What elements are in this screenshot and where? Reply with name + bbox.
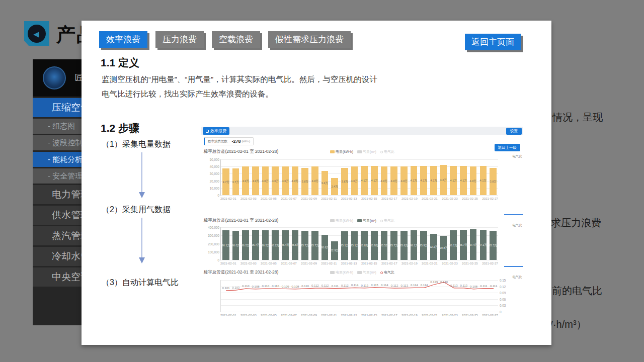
bar[interactable]: 4.0万 [400, 166, 408, 195]
bar[interactable]: 35.9万 [371, 231, 378, 260]
bar[interactable]: 4.0万 [381, 166, 388, 195]
tab-unload-waste[interactable]: 空载浪费 [212, 31, 260, 48]
legend-item[interactable]: 电量(kW·h) [330, 218, 353, 223]
bar[interactable]: 35.7万 [311, 231, 318, 260]
bar[interactable]: 4.0万 [311, 166, 318, 195]
bar[interactable]: 36.2万 [242, 230, 249, 260]
bar[interactable]: 35.1万 [351, 231, 358, 260]
bar-series: 3.7万3.7万4.0万4.0万4.0万4.0万4.0万4.0万3.8万4.0万… [221, 159, 498, 195]
bar[interactable]: 35.6万 [400, 231, 408, 260]
bar[interactable]: 4.1万 [450, 166, 457, 195]
legend-swatch-icon [380, 151, 383, 153]
bar[interactable]: 2.4万 [331, 178, 338, 195]
bar[interactable]: 22.9万 [331, 241, 338, 260]
bar[interactable]: 35.5万 [381, 231, 388, 260]
slide-canvas: ◀ 产品 情况，呈现 需求压力浪费 错前的电气比 （kW·h/m³） 匠 压缩空… [0, 0, 644, 362]
report-title-badge: 效率浪费 [203, 127, 229, 135]
bar[interactable]: 4.1万 [420, 166, 427, 195]
ratio-line: 0.1010.1030.1100.1080.1100.1100.1090.108… [221, 280, 499, 312]
bar[interactable]: 35.7万 [390, 231, 397, 260]
bar[interactable]: 4.1万 [480, 166, 487, 195]
bar[interactable]: 4.1万 [460, 166, 467, 195]
bar[interactable]: 30.6万 [321, 235, 329, 260]
bar[interactable]: 4.1万 [371, 166, 378, 195]
bar[interactable]: 35.9万 [420, 231, 427, 260]
svg-text:0.110: 0.110 [272, 285, 279, 288]
bar[interactable]: 3.4万 [321, 171, 329, 195]
bar[interactable]: 4.0万 [252, 166, 259, 195]
bar[interactable]: 35.7万 [301, 231, 308, 260]
bar[interactable]: 36.1万 [450, 230, 457, 260]
flow-arrow-down-icon [138, 218, 146, 264]
bar[interactable]: 29.8万 [440, 236, 447, 260]
x-axis-labels: 2021-02-012021-02-032021-02-052021-02-07… [220, 261, 498, 265]
bar[interactable]: 36.1万 [411, 230, 418, 260]
step-1-label: （1）采集电量数据 [102, 139, 171, 150]
chart-legend: 电量(kW·h)气量(m³)电气比 [330, 218, 394, 223]
bar[interactable]: 4.0万 [292, 166, 299, 195]
bar[interactable]: 37.1万 [480, 230, 487, 260]
x-axis-labels: 2021-02-012021-02-032021-02-052021-02-07… [220, 313, 498, 317]
back-link-indicator[interactable] [504, 214, 523, 215]
bar[interactable]: 4.1万 [430, 166, 437, 195]
bar[interactable]: 4.0万 [272, 166, 279, 195]
chart-title: 樟宇总管道(2021-02-01 至 2021-02-28) [204, 149, 278, 155]
bar[interactable]: 36.2万 [262, 230, 269, 260]
legend-item[interactable]: 电气比 [380, 218, 394, 223]
content-panel: 效率浪费压力浪费空载浪费假性需求压力浪费 返回主页面 1.1 定义 监测空压机的… [82, 21, 551, 345]
ratio-line-chart: 樟宇总管道(2021-02-01 至 2021-02-28)电量(kW·h)气量… [201, 269, 523, 277]
legend-swatch-icon [330, 271, 335, 274]
bar[interactable]: 4.0万 [390, 166, 397, 195]
svg-text:0.129: 0.129 [430, 281, 438, 284]
bar[interactable]: 4.0万 [470, 166, 477, 195]
back-link-indicator[interactable] [504, 266, 523, 267]
bar[interactable]: 4.2万 [440, 165, 447, 195]
back-button[interactable]: ◀ [24, 21, 49, 46]
legend-item[interactable]: 电气比 [380, 270, 394, 275]
bar[interactable]: 36.1万 [222, 230, 229, 260]
tab-efficiency-waste[interactable]: 效率浪费 [99, 31, 147, 48]
bar[interactable]: 4.1万 [361, 166, 368, 195]
settings-button[interactable]: 设置 [506, 128, 522, 135]
legend-item[interactable]: 气量(m³) [357, 270, 376, 275]
svg-text:0.111: 0.111 [490, 285, 498, 288]
bar[interactable]: 36.0万 [232, 231, 239, 260]
bar[interactable]: 36.7万 [252, 230, 259, 260]
report-badge-label: 效率浪费 [210, 128, 226, 134]
bar[interactable]: 36.7万 [460, 230, 467, 260]
step-2-label: （2）采集用气数据 [102, 205, 171, 215]
bar[interactable]: 3.8万 [341, 168, 348, 195]
bar[interactable]: 4.0万 [351, 166, 358, 195]
bar[interactable]: 3.8万 [490, 168, 497, 195]
bar[interactable]: 32.2万 [430, 234, 437, 260]
bar[interactable]: 4.0万 [282, 166, 289, 195]
legend-item[interactable]: 气量(m³) [357, 149, 376, 154]
tab-false-demand-waste[interactable]: 假性需求压力浪费 [268, 31, 351, 48]
bar[interactable]: 35.5万 [490, 231, 497, 260]
bar[interactable]: 3.8万 [301, 168, 308, 195]
return-home-button[interactable]: 返回主页面 [465, 34, 521, 50]
svg-text:0.108: 0.108 [252, 285, 260, 288]
legend-item[interactable]: 气量(m³) [357, 218, 376, 223]
bar[interactable]: 35.8万 [361, 231, 368, 260]
legend-item[interactable]: 电量(kW·h) [330, 270, 353, 275]
legend-item[interactable]: 电量(kW·h) [330, 149, 353, 154]
bar[interactable]: 35.1万 [341, 231, 348, 260]
bar[interactable]: 3.7万 [232, 168, 239, 195]
chart-icon [206, 130, 209, 133]
legend-item[interactable]: 电气比 [380, 149, 394, 154]
bar[interactable]: 4.0万 [242, 166, 249, 195]
bar[interactable]: 36.4万 [282, 230, 289, 260]
tab-pressure-waste[interactable]: 压力浪费 [155, 31, 204, 48]
company-logo-icon [43, 66, 66, 89]
bar[interactable]: 4.1万 [411, 166, 418, 195]
bar[interactable]: 4.0万 [262, 166, 269, 195]
svg-text:0.113: 0.113 [460, 284, 468, 287]
legend-swatch-icon [357, 219, 362, 222]
plot-area: 0.150.120.090.060.0300.1010.1030.1100.10… [220, 280, 498, 312]
bar[interactable]: 37.4万 [470, 229, 477, 260]
bar[interactable]: 36.2万 [272, 230, 279, 260]
right-axis-label: 电气比 [513, 275, 523, 280]
bar[interactable]: 36.6万 [292, 230, 299, 260]
bar[interactable]: 3.7万 [222, 168, 229, 195]
